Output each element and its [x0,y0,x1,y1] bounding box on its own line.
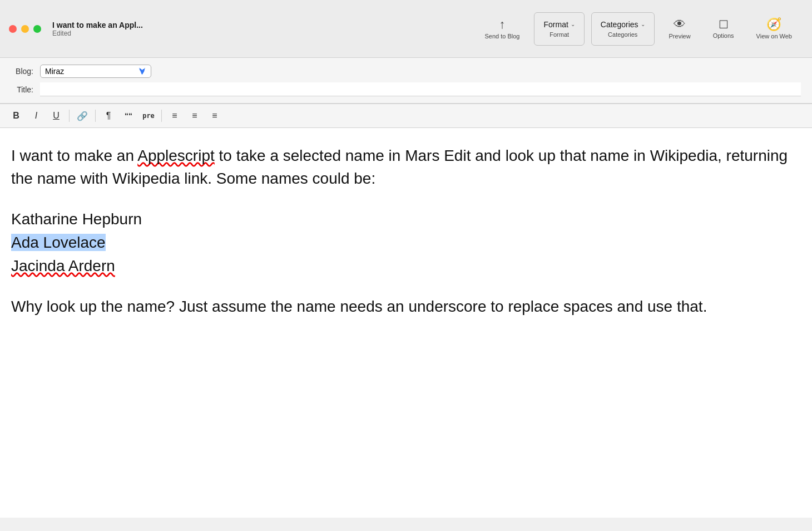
eye-icon: 👁 [674,18,686,31]
window-title-group: I want to make an Appl... Edited [52,21,143,37]
send-to-blog-button[interactable]: ↑ Send to Blog [473,0,531,57]
jacinda-ardern-word: Jacinda Ardern [11,257,115,274]
categories-dropdown-text: Categories [601,20,638,29]
blog-row: Blog: Miraz ⮟ [11,62,801,80]
meta-bar: Blog: Miraz ⮟ Title: [0,58,812,104]
window-controls [9,25,41,33]
blog-select-value: Miraz [45,67,136,76]
window-subtitle: Edited [52,30,143,37]
align-left-button[interactable]: ≡ [165,107,184,124]
close-button[interactable] [9,25,17,33]
editor-area[interactable]: I want to make an Applescript to take a … [0,128,812,518]
format-bar: B I U 🔗 ¶ ““ pre ≡ ≡ ≡ [0,104,812,128]
title-label: Title: [11,85,33,94]
view-on-web-button[interactable]: 🧭 View on Web [745,0,803,57]
categories-dropdown-row: Categories ⌄ [601,20,645,29]
blank-line-1 [11,190,801,208]
options-icon: ☐ [719,19,729,30]
italic-button[interactable]: I [27,107,46,124]
window-title: I want to make an Appl... [52,21,143,30]
upload-icon: ↑ [499,18,505,31]
title-bar: I want to make an Appl... Edited ↑ Send … [0,0,812,58]
title-input[interactable] [40,82,801,96]
maximize-button[interactable] [33,25,41,33]
name-line-1: Katharine Hepburn [11,208,801,231]
paragraph-button[interactable]: ¶ [99,107,118,124]
selected-name: Ada Lovelace [11,234,106,251]
send-to-blog-label: Send to Blog [484,33,519,40]
name-line-2: Ada Lovelace [11,231,801,254]
format-dropdown-text: Format [543,20,568,29]
paragraph-2: Why look up the name? Just assume the na… [11,296,801,318]
align-right-button[interactable]: ≡ [205,107,224,124]
chevron-down-icon: ⌄ [571,21,575,27]
names-block: Katharine Hepburn Ada Lovelace Jacinda A… [11,208,801,278]
separator-1 [69,110,70,122]
blog-label: Blog: [11,67,33,76]
preview-label: Preview [669,33,691,40]
blog-select[interactable]: Miraz ⮟ [40,65,151,78]
title-row: Title: [11,80,801,99]
chevron-down-icon-2: ⌄ [641,21,645,27]
blank-line-2 [11,278,801,296]
options-button[interactable]: ☐ Options [702,0,745,57]
name-line-3: Jacinda Ardern [11,254,801,278]
format-label: Format [549,31,569,38]
blockquote-button[interactable]: ““ [119,107,138,124]
pre-button[interactable]: pre [139,107,158,124]
align-center-button[interactable]: ≡ [185,107,204,124]
paragraph-1: I want to make an Applescript to take a … [11,145,801,190]
minimize-button[interactable] [21,25,29,33]
separator-3 [161,110,162,122]
toolbar-actions: ↑ Send to Blog Format ⌄ Format Categorie… [473,0,803,57]
editor-content: I want to make an Applescript to take a … [11,145,801,318]
bold-button[interactable]: B [7,107,26,124]
link-button[interactable]: 🔗 [73,107,92,124]
view-on-web-label: View on Web [756,33,792,40]
separator-2 [95,110,96,122]
categories-label: Categories [608,31,637,38]
blog-dropdown-arrow: ⮟ [138,67,146,76]
categories-dropdown-button[interactable]: Categories ⌄ Categories [591,12,655,46]
preview-button[interactable]: 👁 Preview [658,0,702,57]
applescript-word: Applescript [137,147,215,164]
format-dropdown-button[interactable]: Format ⌄ Format [534,12,584,46]
options-label: Options [713,32,734,39]
underline-button[interactable]: U [47,107,66,124]
compass-icon: 🧭 [766,18,781,31]
format-dropdown-row: Format ⌄ [543,20,575,29]
